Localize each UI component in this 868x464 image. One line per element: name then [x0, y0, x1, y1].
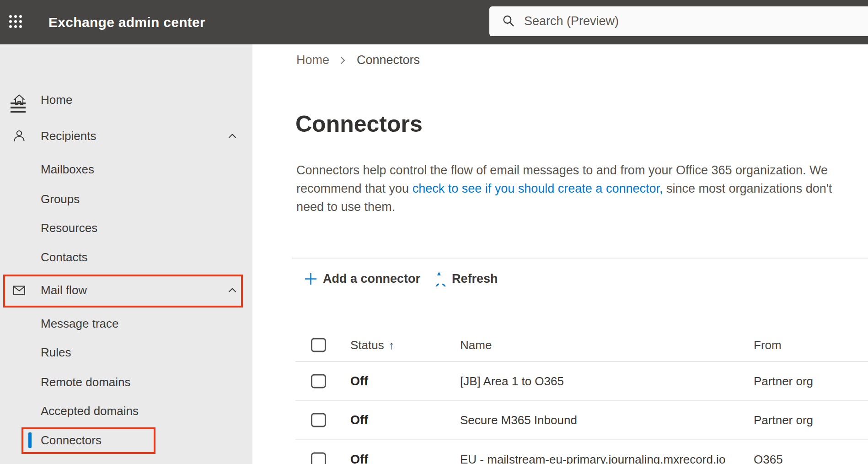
refresh-button[interactable]: Refresh	[433, 267, 498, 291]
table-row[interactable]: Off [JB] Area 1 to O365 Partner org	[295, 362, 868, 401]
sidebar-item-mailboxes[interactable]: Mailboxes	[0, 159, 252, 179]
description-line: recommend that you check to see if you s…	[296, 179, 832, 198]
sidebar-item-groups[interactable]: Groups	[0, 189, 252, 209]
chevron-up-icon[interactable]	[226, 284, 239, 297]
sidebar-item-connectors[interactable]: Connectors	[0, 430, 252, 450]
exchange-admin-center-window: Exchange admin center Home Recipients	[0, 0, 868, 464]
row-from: O365	[754, 452, 783, 464]
sidebar-item-message-trace[interactable]: Message trace	[0, 313, 252, 334]
left-navigation-pane: Home Recipients Mailboxes Groups Resourc…	[0, 44, 252, 464]
mail-icon	[12, 283, 27, 297]
row-status: Off	[350, 452, 368, 464]
column-header-name[interactable]: Name	[460, 338, 492, 352]
page-description: Connectors help control the flow of emai…	[296, 161, 832, 216]
sidebar-item-remote-domains[interactable]: Remote domains	[0, 372, 252, 392]
chevron-up-icon[interactable]	[226, 129, 239, 142]
sidebar-item-mail-flow[interactable]: Mail flow	[0, 280, 252, 300]
sidebar-item-label: Groups	[41, 192, 80, 206]
search-icon	[501, 14, 516, 29]
add-connector-button[interactable]: Add a connector	[304, 267, 420, 291]
global-search-box[interactable]	[489, 6, 868, 36]
sidebar-item-label: Remote domains	[41, 375, 131, 389]
chevron-right-icon	[338, 55, 348, 65]
table-row[interactable]: Off EU - mailstream-eu-primary.journalin…	[295, 440, 868, 464]
sidebar-item-label: Mailboxes	[41, 162, 94, 177]
home-icon	[12, 92, 27, 107]
breadcrumb-home-link[interactable]: Home	[296, 53, 329, 67]
toolbar: Add a connector Refresh	[252, 267, 868, 291]
row-from: Partner org	[754, 413, 813, 427]
column-header-from[interactable]: From	[754, 338, 782, 352]
selected-item-indicator	[28, 432, 32, 448]
table-header-row: Status↑ Name From	[295, 329, 868, 362]
plus-icon	[304, 272, 318, 286]
sidebar-item-recipients[interactable]: Recipients	[0, 126, 252, 146]
row-status: Off	[350, 413, 368, 427]
row-checkbox[interactable]	[311, 413, 326, 427]
sidebar-item-label: Accepted domains	[41, 404, 139, 418]
connectors-table: Status↑ Name From Off [JB] Area 1 to O36…	[295, 329, 868, 464]
sidebar-item-rules[interactable]: Rules	[0, 342, 252, 362]
sidebar-item-label: Rules	[41, 345, 71, 360]
sidebar-item-label: Home	[41, 93, 72, 107]
sort-ascending-icon: ↑	[389, 338, 395, 351]
search-input[interactable]	[524, 6, 844, 36]
row-status: Off	[350, 374, 368, 388]
row-from: Partner org	[754, 374, 813, 388]
sidebar-item-label: Resources	[41, 221, 97, 235]
table-row[interactable]: Off Secure M365 Inbound Partner org	[295, 401, 868, 440]
sidebar-item-resources[interactable]: Resources	[0, 218, 252, 238]
refresh-icon	[433, 271, 448, 286]
app-launcher-waffle-icon[interactable]	[9, 15, 22, 28]
sidebar-item-label: Recipients	[41, 129, 96, 143]
sidebar-item-label: Message trace	[41, 317, 119, 331]
sidebar-item-label: Contacts	[41, 250, 88, 264]
sidebar-item-label: Mail flow	[41, 283, 87, 297]
sidebar-item-contacts[interactable]: Contacts	[0, 247, 252, 267]
sidebar-item-label: Connectors	[41, 433, 102, 448]
row-checkbox[interactable]	[311, 452, 326, 464]
page-title: Connectors	[295, 111, 423, 137]
row-name[interactable]: Secure M365 Inbound	[460, 413, 577, 427]
main-content: Home Connectors Connectors Connectors he…	[252, 44, 868, 464]
row-checkbox[interactable]	[311, 374, 326, 388]
select-all-checkbox[interactable]	[311, 338, 326, 352]
breadcrumb-current: Connectors	[357, 53, 420, 67]
row-name[interactable]: [JB] Area 1 to O365	[460, 374, 564, 388]
column-header-status[interactable]: Status↑	[350, 338, 394, 352]
app-title: Exchange admin center	[48, 0, 205, 44]
description-line: Connectors help control the flow of emai…	[296, 161, 832, 179]
description-line: need to use them.	[296, 198, 832, 216]
top-app-bar: Exchange admin center	[0, 0, 868, 44]
person-icon	[12, 129, 27, 143]
sidebar-item-accepted-domains[interactable]: Accepted domains	[0, 401, 252, 421]
create-connector-check-link[interactable]: check to see if you should create a conn…	[413, 182, 663, 195]
row-name[interactable]: EU - mailstream-eu-primary.journaling.mx…	[460, 452, 725, 464]
toolbar-divider	[292, 258, 868, 259]
breadcrumb: Home Connectors	[296, 53, 420, 67]
sidebar-item-home[interactable]: Home	[0, 90, 252, 110]
